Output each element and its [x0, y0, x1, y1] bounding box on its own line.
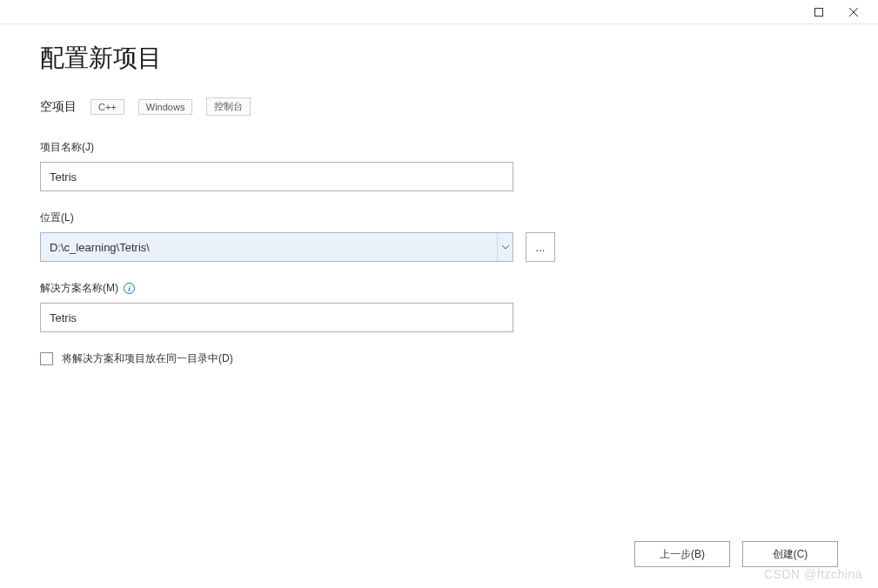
template-row: 空项目 C++ Windows 控制台 — [40, 97, 838, 116]
location-dropdown-button[interactable] — [497, 233, 513, 261]
close-icon — [849, 8, 858, 17]
template-tag-console: 控制台 — [206, 97, 251, 116]
info-icon[interactable]: i — [124, 283, 135, 294]
solution-name-label-text: 解决方案名称(M) — [40, 281, 118, 296]
close-button[interactable] — [836, 0, 871, 24]
create-button[interactable]: 创建(C) — [742, 541, 838, 567]
back-button[interactable]: 上一步(B) — [634, 541, 730, 567]
svg-rect-0 — [815, 8, 823, 16]
dialog-content: 配置新项目 空项目 C++ Windows 控制台 项目名称(J) 位置(L) … — [0, 24, 878, 366]
maximize-button[interactable] — [801, 0, 836, 24]
template-name: 空项目 — [40, 99, 77, 115]
page-title: 配置新项目 — [40, 42, 838, 75]
location-group: 位置(L) ... — [40, 210, 838, 262]
same-directory-checkbox[interactable] — [40, 352, 53, 365]
solution-name-group: 解决方案名称(M) i — [40, 281, 838, 332]
same-directory-row: 将解决方案和项目放在同一目录中(D) — [40, 351, 838, 366]
chevron-down-icon — [502, 245, 509, 250]
browse-button[interactable]: ... — [526, 232, 555, 262]
solution-name-label: 解决方案名称(M) i — [40, 281, 838, 296]
window-titlebar — [0, 0, 878, 24]
template-tag-cpp: C++ — [90, 99, 124, 115]
watermark: CSDN @ftzchina — [764, 567, 862, 581]
project-name-label: 项目名称(J) — [40, 140, 838, 155]
solution-name-input[interactable] — [40, 303, 513, 332]
location-label: 位置(L) — [40, 210, 838, 225]
maximize-icon — [814, 8, 823, 17]
project-name-group: 项目名称(J) — [40, 140, 838, 191]
location-input[interactable] — [40, 232, 513, 262]
template-tag-windows: Windows — [138, 99, 193, 115]
same-directory-label: 将解决方案和项目放在同一目录中(D) — [62, 351, 233, 366]
dialog-footer: 上一步(B) 创建(C) — [634, 541, 838, 567]
project-name-input[interactable] — [40, 162, 513, 191]
location-combo[interactable] — [40, 232, 513, 262]
